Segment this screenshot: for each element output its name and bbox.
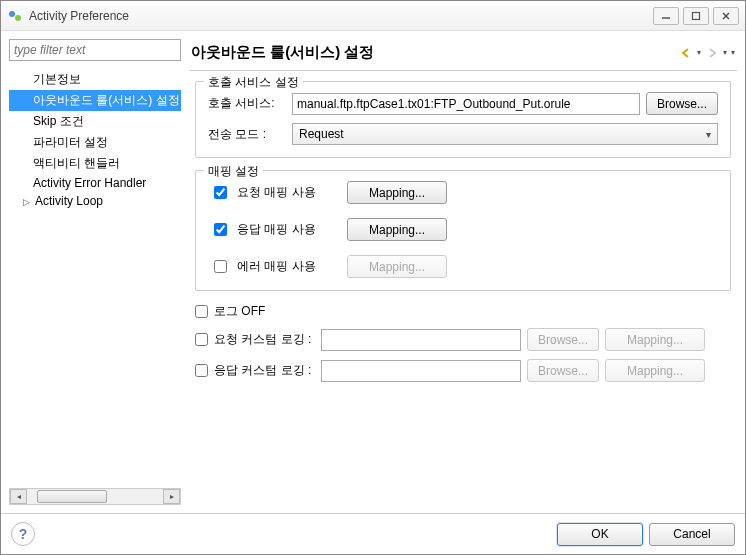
request-log-row: 요청 커스텀 로깅 : Browse... Mapping...: [195, 328, 731, 351]
request-log-input[interactable]: [321, 329, 521, 351]
nav-item-parameter[interactable]: 파라미터 설정: [9, 132, 181, 153]
response-mapping-checkbox[interactable]: [214, 223, 227, 236]
svg-point-1: [15, 15, 21, 21]
response-log-label: 응답 커스텀 로깅 :: [214, 362, 311, 379]
nav-tree[interactable]: 기본정보 아웃바운드 룰(서비스) 설정 Skip 조건 파라미터 설정 액티비…: [9, 65, 181, 488]
window-title: Activity Preference: [29, 9, 653, 23]
response-log-browse-button[interactable]: Browse...: [527, 359, 599, 382]
filter-input[interactable]: [9, 39, 181, 61]
log-off-label: 로그 OFF: [214, 303, 265, 320]
response-log-checkbox[interactable]: [195, 364, 208, 377]
error-mapping-checkbox[interactable]: [214, 260, 227, 273]
request-log-browse-button[interactable]: Browse...: [527, 328, 599, 351]
right-pane: 아웃바운드 룰(서비스) 설정 ▾ ▾ ▾ 호출 서비스 설정: [189, 39, 737, 505]
nav-item-skip[interactable]: Skip 조건: [9, 111, 181, 132]
back-menu-icon[interactable]: ▾: [697, 48, 701, 57]
scroll-right-button[interactable]: ▸: [163, 489, 180, 504]
expand-icon[interactable]: ▷: [23, 197, 33, 207]
call-service-legend: 호출 서비스 설정: [204, 74, 303, 91]
response-mapping-label: 응답 매핑 사용: [237, 221, 337, 238]
scroll-thumb[interactable]: [37, 490, 107, 503]
help-icon[interactable]: ?: [11, 522, 35, 546]
nav-item-outbound[interactable]: 아웃바운드 룰(서비스) 설정: [9, 90, 181, 111]
cancel-button[interactable]: Cancel: [649, 523, 735, 546]
request-mapping-button[interactable]: Mapping...: [347, 181, 447, 204]
response-log-mapping-button[interactable]: Mapping...: [605, 359, 705, 382]
svg-rect-3: [693, 12, 700, 19]
mode-select[interactable]: Request: [292, 123, 718, 145]
window: Activity Preference 기본정보 아웃바운드 룰(서비스) 설정…: [0, 0, 746, 555]
nav-item-basic[interactable]: 기본정보: [9, 69, 181, 90]
mapping-legend: 매핑 설정: [204, 163, 263, 180]
request-mapping-label: 요청 매핑 사용: [237, 184, 337, 201]
close-button[interactable]: [713, 7, 739, 25]
browse-service-button[interactable]: Browse...: [646, 92, 718, 115]
header-toolbar: ▾ ▾ ▾: [679, 46, 735, 60]
response-log-row: 응답 커스텀 로깅 : Browse... Mapping...: [195, 359, 731, 382]
forward-icon[interactable]: [705, 46, 719, 60]
nav-item-activity-handler[interactable]: 액티비티 핸들러: [9, 153, 181, 174]
horizontal-scrollbar[interactable]: ◂ ▸: [9, 488, 181, 505]
page-title: 아웃바운드 룰(서비스) 설정: [191, 43, 679, 62]
error-mapping-button[interactable]: Mapping...: [347, 255, 447, 278]
nav-item-activity-loop[interactable]: ▷Activity Loop: [9, 192, 181, 210]
log-off-checkbox[interactable]: [195, 305, 208, 318]
maximize-button[interactable]: [683, 7, 709, 25]
back-icon[interactable]: [679, 46, 693, 60]
footer: ? OK Cancel: [1, 513, 745, 554]
mapping-group: 매핑 설정 요청 매핑 사용 Mapping... 응답 매핑 사용 Mappi…: [195, 170, 731, 291]
mode-value: Request: [299, 127, 344, 141]
request-mapping-checkbox[interactable]: [214, 186, 227, 199]
scroll-left-button[interactable]: ◂: [10, 489, 27, 504]
response-log-input[interactable]: [321, 360, 521, 382]
error-mapping-label: 에러 매핑 사용: [237, 258, 337, 275]
log-off-row: 로그 OFF: [195, 303, 731, 320]
page-header: 아웃바운드 룰(서비스) 설정 ▾ ▾ ▾: [189, 39, 737, 70]
call-service-group: 호출 서비스 설정 호출 서비스: Browse... 전송 모드 : Requ…: [195, 81, 731, 158]
titlebar: Activity Preference: [1, 1, 745, 31]
view-menu-icon[interactable]: ▾: [731, 48, 735, 57]
content-area: 호출 서비스 설정 호출 서비스: Browse... 전송 모드 : Requ…: [189, 70, 737, 505]
request-log-checkbox[interactable]: [195, 333, 208, 346]
app-icon: [7, 8, 23, 24]
nav-item-error-handler[interactable]: Activity Error Handler: [9, 174, 181, 192]
request-log-mapping-button[interactable]: Mapping...: [605, 328, 705, 351]
service-input[interactable]: [292, 93, 640, 115]
mode-label: 전송 모드 :: [208, 126, 286, 143]
scroll-track[interactable]: [27, 489, 163, 504]
response-mapping-button[interactable]: Mapping...: [347, 218, 447, 241]
left-pane: 기본정보 아웃바운드 룰(서비스) 설정 Skip 조건 파라미터 설정 액티비…: [9, 39, 181, 505]
window-controls: [653, 7, 739, 25]
request-log-label: 요청 커스텀 로깅 :: [214, 331, 311, 348]
minimize-button[interactable]: [653, 7, 679, 25]
body: 기본정보 아웃바운드 룰(서비스) 설정 Skip 조건 파라미터 설정 액티비…: [1, 31, 745, 513]
ok-button[interactable]: OK: [557, 523, 643, 546]
service-label: 호출 서비스:: [208, 95, 286, 112]
svg-point-0: [9, 11, 15, 17]
forward-menu-icon[interactable]: ▾: [723, 48, 727, 57]
